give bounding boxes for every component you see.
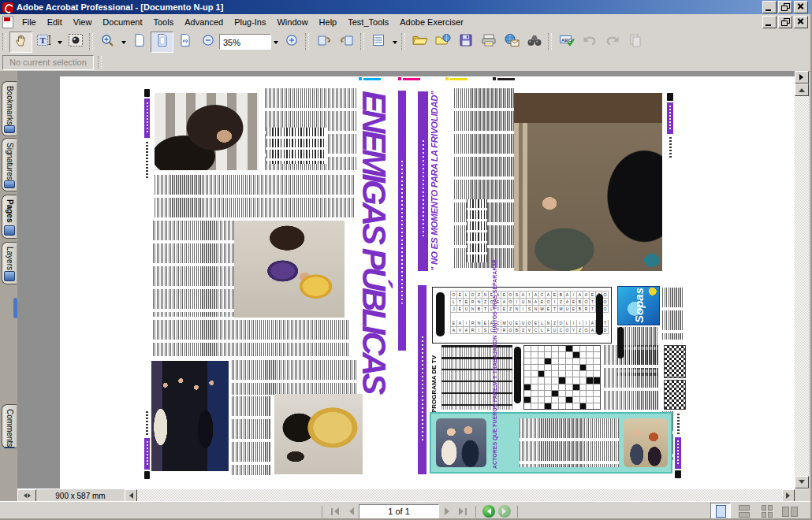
- crossword-clues-text: [604, 345, 659, 410]
- undo-button[interactable]: [578, 32, 601, 53]
- document-status-row: 900 x 587 mm: [17, 488, 809, 502]
- pdf-document-icon[interactable]: [2, 16, 13, 28]
- comments-tab-icon: [4, 447, 15, 448]
- selection-bar: No current selection: [0, 54, 810, 72]
- left-page-title: ENEMIGAS PÚBLICAS: [356, 91, 393, 467]
- previous-view-button[interactable]: [482, 505, 495, 518]
- scroll-left-button[interactable]: [125, 489, 137, 502]
- toolbar-grip[interactable]: [548, 33, 552, 50]
- status-bar: 1 of 1: [0, 501, 812, 520]
- select-text-button[interactable]: T: [32, 32, 55, 53]
- fit-width-button[interactable]: [173, 32, 196, 53]
- save-button[interactable]: [454, 32, 477, 53]
- menu-test-tools[interactable]: Test_Tools: [342, 15, 394, 29]
- next-view-button[interactable]: [498, 505, 511, 518]
- redo-button[interactable]: [601, 32, 624, 53]
- menu-advanced[interactable]: Advanced: [179, 15, 229, 29]
- actual-size-button[interactable]: [128, 32, 151, 53]
- toolbar-grip[interactable]: [89, 33, 93, 50]
- spell-check-button[interactable]: ABC: [555, 32, 578, 53]
- toolbar-grip[interactable]: [2, 33, 6, 50]
- doc-close-button[interactable]: [794, 16, 808, 28]
- last-page-button[interactable]: [455, 504, 471, 518]
- document-viewport[interactable]: ENEMIGAS PÚBLICAS " NO ES MOMENTO PARA L…: [17, 71, 795, 488]
- continuous-facing-icon: [782, 507, 798, 517]
- doc-minimize-button[interactable]: [762, 16, 777, 28]
- left-page-text-band-4: [232, 360, 356, 395]
- facing-layout-button[interactable]: [758, 503, 777, 519]
- select-tool-dropdown[interactable]: [55, 32, 64, 52]
- menu-edit[interactable]: Edit: [42, 15, 68, 29]
- rotate-view-ccw-button[interactable]: [335, 32, 358, 53]
- scroll-down-button[interactable]: [795, 476, 809, 488]
- zoom-level-dropdown[interactable]: [271, 32, 280, 52]
- photo-women-fighting: [234, 221, 345, 318]
- horizontal-scroll-track[interactable]: [137, 489, 782, 502]
- menu-help[interactable]: Help: [314, 15, 343, 29]
- zoom-in-tool-button[interactable]: [96, 32, 119, 53]
- task-options-button[interactable]: [367, 32, 390, 53]
- task-list-icon: [371, 33, 387, 50]
- registration-mark-yellow: [445, 77, 467, 80]
- acrobat-app-icon[interactable]: [2, 2, 13, 13]
- zoom-level-input[interactable]: [219, 34, 271, 50]
- next-page-button[interactable]: [439, 504, 455, 518]
- toolbar-grip[interactable]: [401, 33, 405, 50]
- wordsearch-box: OELOZNEAEOSAIACAEBAIAAEZOLTERNZOEAOIUNAE…: [432, 287, 612, 344]
- toolbar-grip[interactable]: [98, 56, 102, 69]
- open-from-web-button[interactable]: [431, 32, 454, 53]
- vertical-scroll-track[interactable]: [795, 96, 809, 476]
- pane-toggle-arrow-button[interactable]: [795, 71, 809, 84]
- menu-plugins[interactable]: Plug-Ins: [229, 15, 271, 29]
- task-options-dropdown[interactable]: [390, 32, 399, 52]
- left-page-pull-quote: [266, 128, 326, 164]
- crossword-grid: [523, 345, 601, 410]
- tab-pages[interactable]: Pages: [2, 195, 17, 239]
- navigation-tab-strip: Bookmarks Signatures Pages Layers Commen…: [0, 71, 18, 501]
- menu-document[interactable]: Document: [97, 15, 147, 29]
- zoom-out-button[interactable]: [196, 32, 219, 53]
- scroll-up-button[interactable]: [795, 84, 809, 96]
- minimize-button[interactable]: [762, 1, 777, 13]
- statusbar-splitter-button[interactable]: [17, 489, 36, 502]
- print-button[interactable]: [477, 32, 500, 53]
- menu-tools[interactable]: Tools: [148, 15, 180, 29]
- tab-signatures[interactable]: Signatures: [2, 138, 17, 191]
- wordsearch-grid: OELOZNEAEOSAIACAEBAIAAEZOLTERNZOEAOIUNAE…: [450, 291, 609, 334]
- fit-page-button[interactable]: [151, 32, 173, 53]
- snapshot-button[interactable]: [64, 32, 87, 53]
- previous-page-button[interactable]: [343, 504, 359, 518]
- zoom-tool-dropdown[interactable]: [119, 32, 128, 52]
- facing-icon: [762, 505, 773, 518]
- close-button[interactable]: [794, 1, 808, 13]
- menu-file[interactable]: File: [17, 15, 42, 29]
- first-page-button[interactable]: [327, 504, 343, 518]
- left-page-text-band-2: [155, 175, 355, 219]
- single-page-layout-button[interactable]: [710, 503, 731, 520]
- restore-button[interactable]: [778, 1, 792, 13]
- tab-layers[interactable]: Layers: [2, 242, 17, 284]
- search-button[interactable]: [523, 32, 546, 53]
- scroll-right-button[interactable]: [782, 489, 795, 502]
- tab-comments[interactable]: Comments: [2, 404, 17, 448]
- copy-button[interactable]: [624, 32, 646, 53]
- continuous-facing-layout-button[interactable]: [780, 503, 799, 519]
- menu-window[interactable]: Window: [271, 15, 313, 29]
- right-top-byline-bar: [418, 91, 428, 271]
- vertical-scrollbar[interactable]: [795, 71, 809, 488]
- toolbar-grip[interactable]: [305, 33, 309, 50]
- page-number-field[interactable]: 1 of 1: [359, 504, 439, 519]
- open-button[interactable]: [408, 32, 431, 53]
- menu-adobe-exerciser[interactable]: Adobe Exerciser: [394, 15, 469, 29]
- menu-view[interactable]: View: [68, 15, 98, 29]
- next-view-icon: [502, 508, 509, 514]
- tab-bookmarks[interactable]: Bookmarks: [2, 81, 17, 136]
- continuous-layout-button[interactable]: [735, 503, 754, 519]
- email-button[interactable]: [500, 32, 523, 53]
- doc-restore-button[interactable]: [778, 16, 792, 28]
- zoom-in-button[interactable]: [280, 32, 303, 53]
- hand-tool-button[interactable]: [9, 32, 32, 53]
- toolbar-grip[interactable]: [360, 33, 364, 50]
- tv-listings: [441, 345, 512, 410]
- rotate-view-cw-button[interactable]: [312, 32, 335, 53]
